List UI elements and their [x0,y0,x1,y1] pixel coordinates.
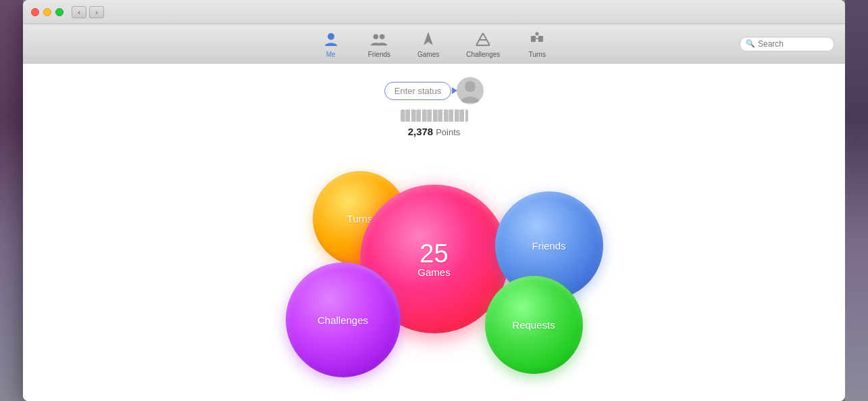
tab-friends-label: Friends [368,51,390,58]
main-content: Enter status 2,378 Points Turns [23,64,845,401]
me-icon [322,30,340,49]
sidebar-right [845,0,868,401]
tab-challenges[interactable]: Challenges [453,27,513,61]
svg-rect-8 [531,36,536,42]
search-input[interactable] [758,39,828,49]
svg-point-11 [465,81,476,92]
search-box[interactable]: 🔍 [740,37,834,51]
username-display [401,110,468,122]
svg-point-0 [328,33,334,40]
tab-games[interactable]: Games [404,27,453,61]
svg-rect-9 [538,36,543,42]
challenges-icon [474,30,492,49]
svg-point-1 [374,34,378,39]
maximize-button[interactable] [55,8,63,16]
nav-arrows: ‹ › [72,6,104,18]
avatar [457,77,484,104]
traffic-lights [31,8,63,16]
tab-turns[interactable]: Turns [513,27,561,61]
friends-icon [369,30,388,49]
tabs: Me Friends [307,27,561,61]
tab-friends[interactable]: Friends [355,27,404,61]
titlebar: ‹ › [23,0,845,24]
bubble-requests[interactable]: Requests [485,276,583,374]
status-input[interactable]: Enter status [384,82,451,100]
points-label: Points [436,127,460,137]
svg-marker-3 [424,32,433,45]
points-row: 2,378 Points [408,126,461,137]
close-button[interactable] [31,8,39,16]
profile-top: Enter status [384,77,484,104]
games-icon [419,30,438,49]
svg-point-2 [380,34,384,39]
tab-turns-label: Turns [529,51,546,58]
bubbles-area: Turns 25 Games Friends Challenges Reques… [232,151,637,381]
tab-games-label: Games [417,51,439,58]
bubble-challenges[interactable]: Challenges [286,262,401,377]
search-icon: 🔍 [746,39,755,48]
profile-section: Enter status 2,378 Points [384,77,484,137]
tab-me-label: Me [326,51,336,58]
avatar-icon [457,77,484,104]
forward-button[interactable]: › [89,6,104,18]
turns-icon [528,30,546,49]
minimize-button[interactable] [43,8,51,16]
tab-challenges-label: Challenges [466,51,500,58]
sidebar-left [0,0,23,401]
toolbar: Me Friends [23,24,845,64]
points-value: 2,378 [408,126,434,137]
tab-me[interactable]: Me [307,27,355,61]
svg-point-10 [536,32,539,35]
back-button[interactable]: ‹ [72,6,86,18]
game-center-window: ‹ › Me [23,0,845,401]
